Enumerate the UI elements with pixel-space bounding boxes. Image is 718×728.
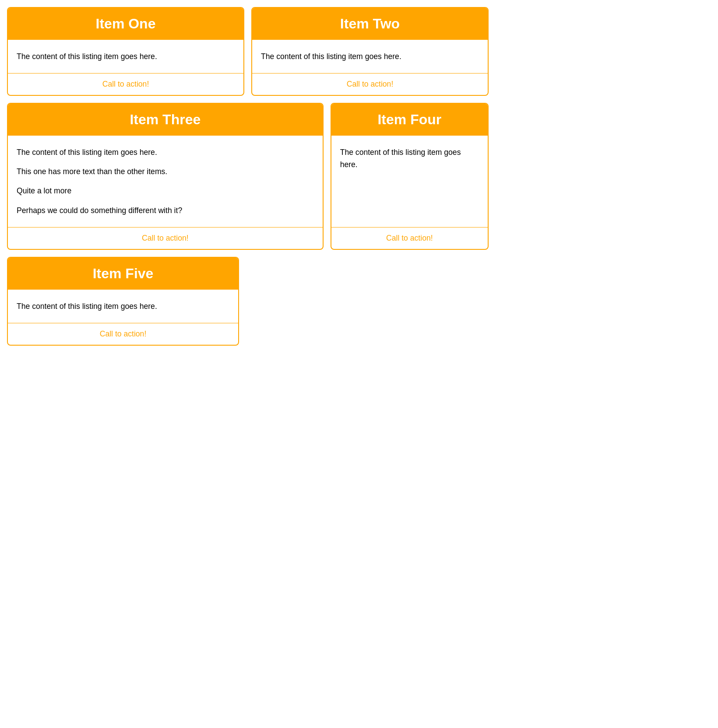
card-item-five-footer: Call to action!	[8, 323, 238, 345]
card-item-four: Item Four The content of this listing it…	[331, 103, 489, 250]
card-item-two-body: The content of this listing item goes he…	[252, 40, 488, 73]
card-item-one-body-text-1: The content of this listing item goes he…	[17, 50, 235, 63]
card-item-four-footer: Call to action!	[331, 227, 488, 249]
card-item-one-title: Item One	[96, 16, 156, 32]
card-item-one-footer: Call to action!	[8, 73, 243, 95]
card-item-two-title: Item Two	[340, 16, 400, 32]
card-item-two-action[interactable]: Call to action!	[347, 80, 394, 89]
card-item-five-body: The content of this listing item goes he…	[8, 290, 238, 323]
card-item-three-action[interactable]: Call to action!	[142, 234, 189, 243]
row-1: Item One The content of this listing ite…	[7, 7, 489, 96]
card-item-three-body-text-4: Perhaps we could do something different …	[17, 204, 314, 217]
card-item-three-footer: Call to action!	[8, 227, 323, 249]
card-item-three-body-text-1: The content of this listing item goes he…	[17, 146, 314, 158]
card-item-two: Item Two The content of this listing ite…	[251, 7, 489, 96]
card-item-five-action[interactable]: Call to action!	[100, 329, 147, 339]
card-item-four-title: Item Four	[377, 112, 441, 127]
card-item-five-title: Item Five	[93, 266, 154, 281]
card-item-five-body-text-1: The content of this listing item goes he…	[17, 300, 229, 312]
card-item-three-header: Item Three	[8, 104, 323, 136]
card-item-four-body: The content of this listing item goes he…	[331, 136, 488, 227]
card-item-five: Item Five The content of this listing it…	[7, 257, 239, 346]
card-item-one-body: The content of this listing item goes he…	[8, 40, 243, 73]
card-item-one: Item One The content of this listing ite…	[7, 7, 244, 96]
card-item-three-body-text-2: This one has more text than the other it…	[17, 165, 314, 178]
card-item-four-action[interactable]: Call to action!	[386, 234, 433, 243]
card-item-four-header: Item Four	[331, 104, 488, 136]
row-2: Item Three The content of this listing i…	[7, 103, 489, 250]
card-item-two-footer: Call to action!	[252, 73, 488, 95]
card-item-two-header: Item Two	[252, 8, 488, 40]
card-item-three-title: Item Three	[130, 112, 201, 127]
card-item-five-header: Item Five	[8, 258, 238, 290]
card-item-two-body-text-1: The content of this listing item goes he…	[261, 50, 479, 63]
card-item-three-body-text-3: Quite a lot more	[17, 185, 314, 197]
card-item-one-action[interactable]: Call to action!	[102, 80, 149, 89]
card-item-one-header: Item One	[8, 8, 243, 40]
row-3: Item Five The content of this listing it…	[7, 257, 489, 346]
card-item-three-body: The content of this listing item goes he…	[8, 136, 323, 227]
card-item-three: Item Three The content of this listing i…	[7, 103, 324, 250]
card-item-four-body-text-1: The content of this listing item goes he…	[340, 146, 479, 171]
